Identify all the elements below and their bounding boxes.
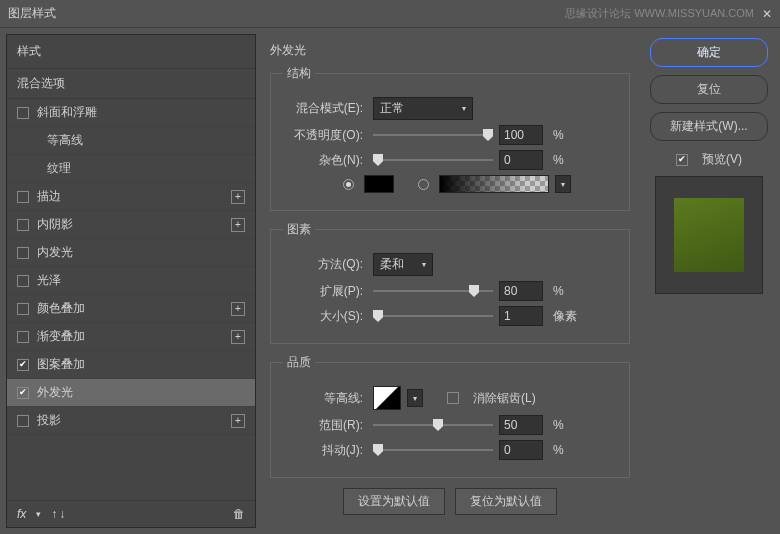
style-label: 投影 <box>37 412 61 429</box>
arrow-up-icon[interactable]: ↑ <box>51 507 57 521</box>
make-default-button[interactable]: 设置为默认值 <box>343 488 445 515</box>
style-item-11[interactable]: 投影+ <box>7 407 255 435</box>
range-input[interactable]: 50 <box>499 415 543 435</box>
add-effect-icon[interactable]: + <box>231 218 245 232</box>
main-area: 样式 混合选项 斜面和浮雕等高线纹理描边+内阴影+内发光光泽颜色叠加+渐变叠加+… <box>0 28 780 534</box>
style-item-6[interactable]: 光泽 <box>7 267 255 295</box>
chevron-down-icon: ▾ <box>422 260 426 269</box>
panel-footer: fx ▾ ↑ ↓ 🗑 <box>7 500 255 527</box>
ok-button[interactable]: 确定 <box>650 38 768 67</box>
style-checkbox[interactable] <box>17 191 29 203</box>
style-item-8[interactable]: 渐变叠加+ <box>7 323 255 351</box>
gradient-swatch[interactable] <box>439 175 549 193</box>
elements-group: 图素 方法(Q): 柔和 ▾ 扩展(P): 80 % 大小(S): 1 像素 <box>270 221 630 344</box>
style-label: 内阴影 <box>37 216 73 233</box>
spread-slider[interactable] <box>373 284 493 298</box>
style-label: 等高线 <box>47 132 83 149</box>
jitter-slider[interactable] <box>373 443 493 457</box>
structure-legend: 结构 <box>283 65 315 82</box>
window-title: 图层样式 <box>8 5 56 22</box>
color-swatch[interactable] <box>364 175 394 193</box>
range-slider[interactable] <box>373 418 493 432</box>
gradient-radio[interactable] <box>418 179 429 190</box>
style-checkbox[interactable] <box>17 331 29 343</box>
opacity-label: 不透明度(O): <box>283 127 363 144</box>
blend-options[interactable]: 混合选项 <box>7 69 255 99</box>
range-unit: % <box>553 418 564 432</box>
add-effect-icon[interactable]: + <box>231 190 245 204</box>
action-panel: 确定 复位 新建样式(W)... 预览(V) <box>644 34 774 528</box>
preview-label: 预览(V) <box>702 151 742 168</box>
close-icon[interactable]: ✕ <box>762 7 772 21</box>
fx-menu-arrow[interactable]: ▾ <box>36 509 41 519</box>
style-label: 斜面和浮雕 <box>37 104 97 121</box>
titlebar: 图层样式 思缘设计论坛 WWW.MISSYUAN.COM ✕ <box>0 0 780 28</box>
quality-group: 品质 等高线: ▾ 消除锯齿(L) 范围(R): 50 % 抖动(J): 0 % <box>270 354 630 478</box>
gradient-dropdown[interactable]: ▾ <box>555 175 571 193</box>
reset-default-button[interactable]: 复位为默认值 <box>455 488 557 515</box>
styles-header: 样式 <box>7 35 255 69</box>
new-style-button[interactable]: 新建样式(W)... <box>650 112 768 141</box>
method-dropdown[interactable]: 柔和 ▾ <box>373 253 433 276</box>
style-label: 外发光 <box>37 384 73 401</box>
arrow-down-icon[interactable]: ↓ <box>59 507 65 521</box>
spread-unit: % <box>553 284 564 298</box>
contour-label: 等高线: <box>283 390 363 407</box>
style-item-1[interactable]: 等高线 <box>7 127 255 155</box>
style-checkbox[interactable] <box>17 303 29 315</box>
add-effect-icon[interactable]: + <box>231 330 245 344</box>
structure-group: 结构 混合模式(E): 正常 ▾ 不透明度(O): 100 % 杂色(N): 0… <box>270 65 630 211</box>
style-item-7[interactable]: 颜色叠加+ <box>7 295 255 323</box>
noise-label: 杂色(N): <box>283 152 363 169</box>
size-input[interactable]: 1 <box>499 306 543 326</box>
reset-button[interactable]: 复位 <box>650 75 768 104</box>
style-checkbox[interactable] <box>17 275 29 287</box>
style-checkbox[interactable] <box>17 247 29 259</box>
contour-picker[interactable] <box>373 386 401 410</box>
preview-image <box>674 198 744 272</box>
opacity-unit: % <box>553 128 564 142</box>
add-effect-icon[interactable]: + <box>231 414 245 428</box>
fx-menu[interactable]: fx <box>17 507 26 521</box>
reorder-arrows[interactable]: ↑ ↓ <box>51 507 65 521</box>
style-item-10[interactable]: 外发光 <box>7 379 255 407</box>
blend-mode-dropdown[interactable]: 正常 ▾ <box>373 97 473 120</box>
style-item-3[interactable]: 描边+ <box>7 183 255 211</box>
spread-label: 扩展(P): <box>283 283 363 300</box>
chevron-down-icon: ▾ <box>462 104 466 113</box>
blend-mode-label: 混合模式(E): <box>283 100 363 117</box>
style-label: 图案叠加 <box>37 356 85 373</box>
style-checkbox[interactable] <box>17 359 29 371</box>
jitter-input[interactable]: 0 <box>499 440 543 460</box>
range-label: 范围(R): <box>283 417 363 434</box>
preview-checkbox[interactable] <box>676 154 688 166</box>
panel-title: 外发光 <box>270 42 630 59</box>
style-checkbox[interactable] <box>17 219 29 231</box>
noise-input[interactable]: 0 <box>499 150 543 170</box>
style-item-5[interactable]: 内发光 <box>7 239 255 267</box>
spread-input[interactable]: 80 <box>499 281 543 301</box>
noise-slider[interactable] <box>373 153 493 167</box>
styles-panel: 样式 混合选项 斜面和浮雕等高线纹理描边+内阴影+内发光光泽颜色叠加+渐变叠加+… <box>6 34 256 528</box>
style-item-0[interactable]: 斜面和浮雕 <box>7 99 255 127</box>
size-slider[interactable] <box>373 309 493 323</box>
style-checkbox[interactable] <box>17 107 29 119</box>
opacity-slider[interactable] <box>373 128 493 142</box>
color-radio[interactable] <box>343 179 354 190</box>
opacity-input[interactable]: 100 <box>499 125 543 145</box>
trash-icon[interactable]: 🗑 <box>233 507 245 521</box>
contour-dropdown[interactable]: ▾ <box>407 389 423 407</box>
style-label: 颜色叠加 <box>37 300 85 317</box>
style-label: 纹理 <box>47 160 71 177</box>
style-item-9[interactable]: 图案叠加 <box>7 351 255 379</box>
style-checkbox[interactable] <box>17 387 29 399</box>
add-effect-icon[interactable]: + <box>231 302 245 316</box>
style-item-2[interactable]: 纹理 <box>7 155 255 183</box>
style-item-4[interactable]: 内阴影+ <box>7 211 255 239</box>
antialias-checkbox[interactable] <box>447 392 459 404</box>
style-label: 渐变叠加 <box>37 328 85 345</box>
settings-panel: 外发光 结构 混合模式(E): 正常 ▾ 不透明度(O): 100 % 杂色(N… <box>256 34 644 528</box>
preview-thumbnail <box>655 176 763 294</box>
style-checkbox[interactable] <box>17 415 29 427</box>
method-label: 方法(Q): <box>283 256 363 273</box>
